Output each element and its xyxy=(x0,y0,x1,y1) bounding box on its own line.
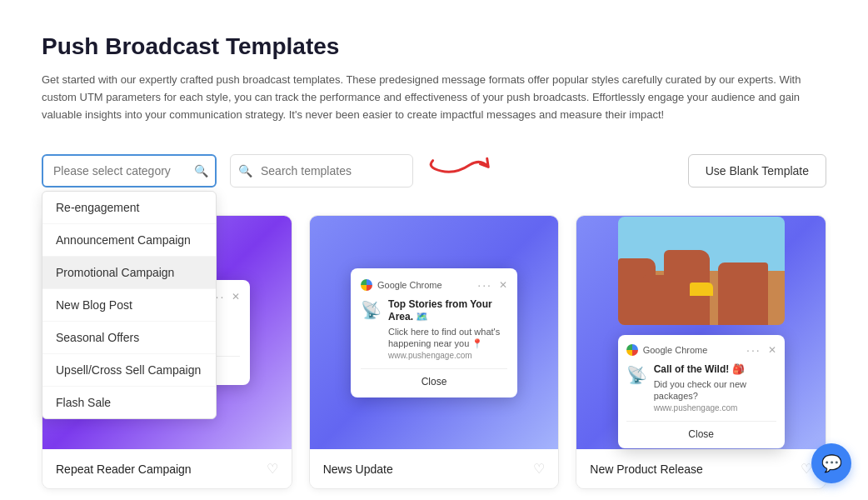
category-select-wrapper: 🔍 Re-engagement Announcement Campaign Pr… xyxy=(42,154,217,188)
notif-subtitle-2: Click here to find out what's happening … xyxy=(388,326,507,350)
notif-dots-3: ··· xyxy=(746,343,761,357)
notif-url-2: www.pushengage.com xyxy=(388,351,507,360)
card-footer-2: News Update ♡ xyxy=(310,449,559,488)
arrow-indicator xyxy=(423,137,502,205)
browser-name-2: Google Chrome xyxy=(377,280,472,290)
notif-close-x-2[interactable]: ✕ xyxy=(499,279,507,291)
dropdown-item-reengagement[interactable]: Re-engagement xyxy=(42,192,216,224)
page-title: Push Broadcast Templates xyxy=(42,33,826,60)
notif-subtitle-3: Did you check our new packages? xyxy=(654,378,776,402)
dropdown-item-upsell[interactable]: Upsell/Cross Sell Campaign xyxy=(42,354,216,387)
browser-name-3: Google Chrome xyxy=(643,345,741,355)
card-footer-1: Repeat Reader Campaign ♡ xyxy=(42,449,292,488)
notif-close-x-1[interactable]: ✕ xyxy=(232,291,240,302)
card-label-2: News Update xyxy=(323,462,393,476)
chrome-logo-3 xyxy=(626,344,638,356)
notif-close-x-3[interactable]: ✕ xyxy=(768,344,776,356)
notif-title-3: Call of the Wild! 🎒 xyxy=(654,363,776,377)
notif-wave-icon-3: 📡 xyxy=(626,365,647,385)
card-news-update: Google Chrome ··· ✕ 📡 Top Stories from Y… xyxy=(309,215,560,489)
category-dropdown: Re-engagement Announcement Campaign Prom… xyxy=(42,191,217,419)
card-visual-2: Google Chrome ··· ✕ 📡 Top Stories from Y… xyxy=(310,216,559,449)
notif-text-3: Call of the Wild! 🎒 Did you check our ne… xyxy=(654,363,776,412)
chrome-logo-2 xyxy=(361,279,372,291)
notif-close-btn-3[interactable]: Close xyxy=(626,421,776,440)
search-wrapper: 🔍 xyxy=(230,154,413,188)
dropdown-item-flash[interactable]: Flash Sale xyxy=(42,387,216,418)
dropdown-item-announcement[interactable]: Announcement Campaign xyxy=(42,224,216,257)
notif-dots-2: ··· xyxy=(477,278,492,292)
page-description: Get started with our expertly crafted pu… xyxy=(42,72,826,123)
notif-popup-2: Google Chrome ··· ✕ 📡 Top Stories from Y… xyxy=(351,268,517,398)
card-new-product: Google Chrome ··· ✕ 📡 Call of the Wild! … xyxy=(576,215,826,489)
notif-text-2: Top Stories from Your Area. 🗺️ Click her… xyxy=(388,298,507,361)
dropdown-item-seasonal[interactable]: Seasonal Offers xyxy=(42,322,216,354)
notif-header-3: Google Chrome ··· ✕ xyxy=(626,343,776,357)
search-input[interactable] xyxy=(230,154,413,188)
notif-close-btn-2[interactable]: Close xyxy=(361,368,507,388)
notif-popup-3: Google Chrome ··· ✕ 📡 Call of the Wild! … xyxy=(618,335,785,448)
card-footer-3: New Product Release ♡ xyxy=(576,449,826,488)
van-icon xyxy=(690,282,713,296)
use-blank-button[interactable]: Use Blank Template xyxy=(688,154,826,188)
heart-icon-3[interactable]: ♡ xyxy=(801,461,812,477)
dropdown-item-blog[interactable]: New Blog Post xyxy=(42,289,216,322)
notif-wave-icon-2: 📡 xyxy=(361,300,382,320)
notif-header-2: Google Chrome ··· ✕ xyxy=(361,278,507,292)
fab-icon: 💬 xyxy=(821,453,842,473)
category-select[interactable] xyxy=(42,154,217,188)
rock-4 xyxy=(718,262,768,325)
card-label-1: Repeat Reader Campaign xyxy=(56,462,192,476)
card-visual-3: Google Chrome ··· ✕ 📡 Call of the Wild! … xyxy=(576,216,826,449)
notif-title-2: Top Stories from Your Area. 🗺️ xyxy=(388,298,507,324)
desert-scene xyxy=(618,217,785,325)
fab-button[interactable]: 💬 xyxy=(811,443,851,483)
heart-icon-1[interactable]: ♡ xyxy=(267,461,278,477)
page-container: Push Broadcast Templates Get started wit… xyxy=(0,0,868,500)
dropdown-item-promotional[interactable]: Promotional Campaign xyxy=(42,257,216,289)
card-label-3: New Product Release xyxy=(590,462,702,476)
controls-row: 🔍 Re-engagement Announcement Campaign Pr… xyxy=(42,147,826,195)
notif-body-2: 📡 Top Stories from Your Area. 🗺️ Click h… xyxy=(361,298,507,361)
notif-body-3: 📡 Call of the Wild! 🎒 Did you check our … xyxy=(626,363,776,412)
heart-icon-2[interactable]: ♡ xyxy=(533,461,545,477)
notif-url-3: www.pushengage.com xyxy=(654,403,776,412)
